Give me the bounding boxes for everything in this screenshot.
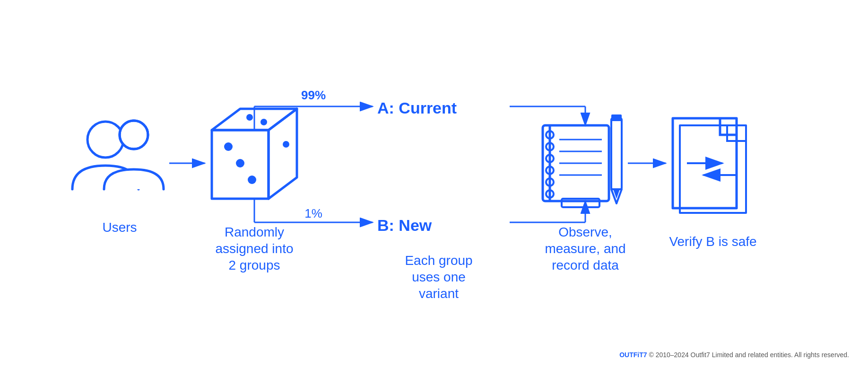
svg-text:A: Current: A: Current — [377, 99, 457, 117]
svg-text:Verify B is safe: Verify B is safe — [669, 234, 756, 249]
svg-text:1%: 1% — [304, 206, 322, 220]
svg-text:2 groups: 2 groups — [229, 258, 280, 272]
svg-point-11 — [246, 114, 253, 121]
svg-point-12 — [260, 119, 267, 125]
svg-marker-7 — [269, 109, 297, 199]
users-label: Users — [102, 220, 137, 235]
svg-rect-46 — [611, 114, 622, 121]
svg-text:Randomly: Randomly — [225, 225, 284, 239]
svg-text:uses one: uses one — [412, 270, 466, 284]
svg-rect-45 — [611, 118, 622, 189]
footer: OUTFiT7 © 2010–2024 Outfit7 Limited and … — [619, 351, 849, 359]
svg-text:Observe,: Observe, — [558, 225, 612, 239]
svg-text:Each group: Each group — [405, 253, 472, 268]
svg-point-1 — [87, 122, 123, 158]
svg-text:variant: variant — [419, 286, 459, 301]
main-container: Users Randomly assigned into 2 groups 99… — [0, 0, 868, 369]
svg-point-8 — [224, 142, 233, 151]
svg-text:record data: record data — [552, 258, 619, 272]
copyright: © 2010–2024 Outfit7 Limited and related … — [649, 351, 849, 359]
svg-text:assigned into: assigned into — [215, 241, 293, 256]
brand-name: OUTFiT7 — [619, 351, 647, 359]
diagram-svg: Users Randomly assigned into 2 groups 99… — [32, 62, 836, 308]
svg-point-9 — [236, 159, 244, 167]
svg-point-13 — [283, 141, 289, 148]
svg-text:measure, and: measure, and — [545, 241, 625, 256]
svg-text:B: New: B: New — [377, 216, 432, 234]
svg-point-10 — [248, 176, 256, 184]
svg-text:99%: 99% — [301, 88, 326, 102]
